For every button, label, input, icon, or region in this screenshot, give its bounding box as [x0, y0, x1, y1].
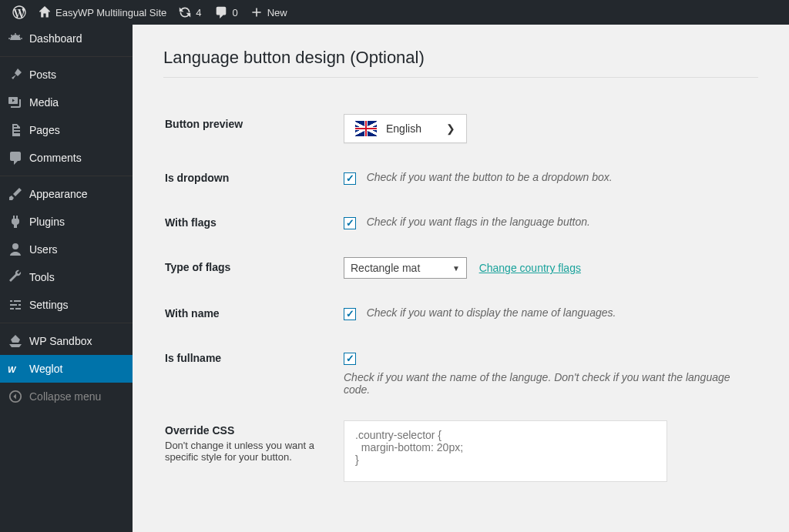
pin-icon — [8, 67, 23, 82]
brush-icon — [8, 186, 23, 202]
new-label: New — [267, 7, 287, 18]
refresh-icon — [179, 6, 191, 18]
sidebar-item-label: Posts — [29, 69, 56, 81]
field-desc: Check if you want to display the name of… — [367, 306, 616, 319]
admin-sidebar: Dashboard Posts Media Pages Comments App… — [0, 25, 133, 532]
user-icon — [8, 242, 23, 257]
comments-link[interactable]: 0 — [208, 0, 244, 25]
comment-icon — [8, 150, 23, 166]
sidebar-item-appearance[interactable]: Appearance — [0, 180, 133, 208]
select-value: Rectangle mat — [351, 262, 420, 274]
sidebar-item-weglot[interactable]: WWeglot — [0, 355, 133, 383]
sidebar-item-label: Media — [29, 96, 59, 109]
sidebar-item-label: Comments — [29, 152, 82, 164]
dropdown-caret-icon: ▼ — [452, 264, 460, 273]
sidebar-item-label: Plugins — [29, 216, 65, 228]
media-icon — [8, 95, 23, 110]
field-label-overridecss: Override CSS — [165, 424, 327, 437]
collapse-menu[interactable]: Collapse menu — [0, 383, 133, 410]
sandbox-icon — [8, 333, 23, 349]
sidebar-item-label: WP Sandbox — [29, 335, 92, 347]
collapse-label: Collapse menu — [29, 390, 101, 403]
select-type-of-flags[interactable]: Rectangle mat ▼ — [344, 257, 467, 279]
checkbox-with-flags[interactable] — [344, 217, 356, 229]
sidebar-item-comments[interactable]: Comments — [0, 144, 133, 172]
checkbox-is-fullname[interactable] — [344, 353, 356, 365]
sidebar-item-posts[interactable]: Posts — [0, 61, 133, 89]
updates-count: 4 — [196, 7, 201, 18]
field-note: Don't change it unless you want a specif… — [165, 440, 327, 463]
flag-uk-icon — [355, 121, 377, 136]
chevron-right-icon: ❯ — [446, 122, 455, 135]
sidebar-item-label: Tools — [29, 271, 55, 283]
site-name-text: EasyWP Multilingual Site — [55, 7, 166, 18]
collapse-icon — [8, 389, 23, 404]
wrench-icon — [8, 269, 23, 285]
sidebar-item-label: Settings — [29, 299, 69, 311]
new-link[interactable]: New — [244, 0, 294, 25]
sidebar-item-label: Weglot — [29, 363, 62, 375]
change-flags-link[interactable]: Change country flags — [479, 262, 581, 274]
field-desc: Check if you want the button to be a dro… — [367, 171, 613, 183]
preview-language-label: English — [386, 122, 437, 135]
sliders-icon — [8, 297, 23, 313]
checkbox-is-dropdown[interactable] — [344, 172, 356, 185]
settings-form: Button preview English ❯ Is dropdown Che… — [163, 101, 758, 497]
comments-count: 0 — [233, 7, 238, 18]
field-label-isfullname: Is fullname — [165, 336, 334, 407]
wordpress-icon — [12, 5, 26, 19]
sidebar-item-label: Dashboard — [29, 32, 82, 45]
field-label-withflags: With flags — [165, 201, 334, 244]
field-label-withname: With name — [165, 292, 334, 335]
sidebar-item-settings[interactable]: Settings — [0, 291, 133, 319]
sidebar-item-users[interactable]: Users — [0, 236, 133, 263]
sidebar-item-pages[interactable]: Pages — [0, 116, 133, 144]
svg-text:W: W — [8, 365, 17, 374]
page-heading: Language button design (Optional) — [163, 48, 758, 78]
field-label-isdropdown: Is dropdown — [165, 156, 334, 199]
sidebar-item-media[interactable]: Media — [0, 89, 133, 116]
menu-separator — [0, 323, 133, 323]
sidebar-item-tools[interactable]: Tools — [0, 263, 133, 291]
wp-logo[interactable] — [6, 0, 32, 25]
sidebar-item-wp-sandbox[interactable]: WP Sandbox — [0, 327, 133, 355]
home-icon — [39, 6, 51, 18]
menu-separator — [0, 176, 133, 176]
language-button-preview[interactable]: English ❯ — [344, 114, 467, 143]
checkbox-with-name[interactable] — [344, 308, 356, 320]
content-area: Language button design (Optional) Button… — [133, 25, 789, 532]
sidebar-item-label: Users — [29, 243, 58, 256]
dashboard-icon — [8, 31, 23, 46]
field-desc: Check if you want the name of the langug… — [344, 371, 749, 396]
sidebar-item-dashboard[interactable]: Dashboard — [0, 25, 133, 52]
field-label-preview: Button preview — [165, 102, 334, 155]
sidebar-item-label: Appearance — [29, 188, 88, 200]
sidebar-item-label: Pages — [29, 124, 60, 136]
sidebar-item-plugins[interactable]: Plugins — [0, 208, 133, 236]
page-icon — [8, 122, 23, 138]
override-css-textarea[interactable] — [344, 420, 667, 482]
plug-icon — [8, 214, 23, 229]
menu-separator — [0, 56, 133, 57]
weglot-icon: W — [8, 361, 23, 376]
site-name-link[interactable]: EasyWP Multilingual Site — [32, 0, 173, 25]
field-desc: Check if you want flags in the language … — [367, 216, 590, 228]
updates-link[interactable]: 4 — [173, 0, 207, 25]
comment-icon — [214, 5, 228, 19]
plus-icon — [250, 6, 263, 18]
admin-bar: EasyWP Multilingual Site 4 0 New — [0, 0, 789, 25]
field-label-typeflags: Type of flags — [165, 246, 334, 290]
